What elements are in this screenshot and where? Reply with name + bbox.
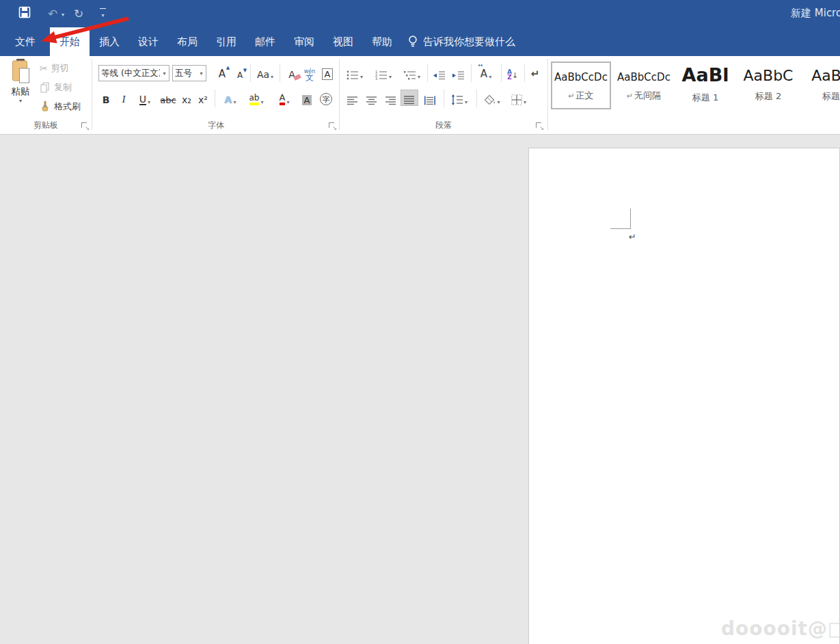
justify-icon [404,95,415,105]
multilevel-list-button[interactable]: ▾ [402,64,422,81]
clear-formatting-button[interactable]: A [283,64,301,81]
mini-separator [250,64,251,82]
undo-dropdown-caret[interactable]: ▾ [62,12,64,18]
style-no-spacing[interactable]: AaBbCcDc ↵无间隔 [614,62,674,109]
redo-button[interactable]: ↻ [74,7,83,21]
copy-button[interactable]: 复制 [40,79,72,96]
underline-button[interactable]: U ▾ [134,90,156,106]
save-button[interactable] [18,6,31,21]
paint-bucket-icon [484,94,496,105]
mini-separator [471,64,472,82]
mini-separator [501,64,502,82]
chevron-down-icon: ▾ [524,99,526,105]
tab-help[interactable]: 帮助 [362,27,402,56]
show-hide-marks-button[interactable]: ↵ [526,64,544,81]
paste-clipboard-icon [10,59,31,84]
bullets-button[interactable]: ▾ [344,64,365,81]
sort-button[interactable]: A Z ↓ [504,64,521,81]
chevron-down-icon: ▾ [489,74,491,80]
character-shading-button[interactable]: A [299,90,315,106]
ribbon-tab-bar: 文件 开始 插入 设计 布局 引用 邮件 审阅 视图 帮助 告诉我你想要做什么 [0,27,840,56]
numbered-list-icon: 123 [375,70,388,80]
tab-insert[interactable]: 插入 [90,27,129,56]
style-title[interactable]: AaBb 标题 [801,62,840,109]
font-name-combobox[interactable]: 等线 (中文正文) ▾ [98,65,170,81]
align-center-button[interactable] [364,90,380,106]
chevron-down-icon[interactable]: ▾ [197,70,206,77]
chevron-down-icon: ▾ [497,99,500,105]
cut-button[interactable]: ✂ 剪切 [40,60,69,77]
asian-layout-button[interactable]: ↔ A ▾ [474,64,498,81]
font-name-value: 等线 (中文正文) [99,68,160,79]
change-case-button[interactable]: Aa ▾ [254,64,277,81]
subscript-button[interactable]: x₂ [179,90,194,106]
borders-button[interactable]: ▾ [506,90,532,106]
justify-button[interactable] [401,90,418,106]
tell-me-search[interactable]: 告诉我你想要做什么 [407,27,515,56]
tell-me-label: 告诉我你想要做什么 [423,27,515,56]
copy-icon [40,82,51,93]
font-color-red-bar [280,103,286,105]
document-page[interactable]: ↵ dooooit@□□□ [528,148,840,644]
chevron-down-icon: ▾ [389,74,392,80]
align-left-icon [347,96,358,105]
distribute-button[interactable] [421,90,439,106]
increase-indent-button[interactable] [450,64,468,81]
phonetic-guide-button[interactable]: wén 文 [301,64,318,81]
grow-tick-icon: ▲ [226,65,230,70]
superscript-button[interactable]: x² [195,90,211,106]
bold-button[interactable]: B [98,90,113,106]
bullet-list-icon [347,70,359,80]
paste-dropdown-caret[interactable]: ▾ [5,98,36,104]
format-painter-brush-icon [40,101,51,112]
decrease-indent-button[interactable] [431,64,448,81]
align-left-button[interactable] [344,90,361,106]
style-heading1[interactable]: AaBl 标题 1 [675,62,735,109]
multilevel-list-icon [404,70,416,80]
font-size-combobox[interactable]: 五号 ▾ [172,65,206,81]
tab-review[interactable]: 审阅 [284,27,324,56]
paragraph-dialog-launcher[interactable] [536,122,543,130]
distribute-icon [424,96,435,105]
tab-layout[interactable]: 布局 [167,27,207,56]
chevron-down-icon: ▾ [148,99,150,105]
document-area: ↵ dooooit@□□□ [0,135,840,644]
font-color-button[interactable]: A ▾ [272,90,297,106]
copy-label: 复制 [54,81,72,94]
character-border-button[interactable]: A [319,64,336,81]
italic-button[interactable]: I [116,90,131,106]
chevron-down-icon: ▾ [286,99,289,105]
paragraph-mark-icon: ↵ [531,68,540,80]
highlight-color-button[interactable]: ab ▾ [243,90,269,106]
pilcrow-icon: ↵ [627,92,633,100]
numbering-button[interactable]: 123 ▾ [373,64,394,81]
style-normal[interactable]: AaBbCcDc ↵正文 [551,62,611,109]
shading-button[interactable]: ▾ [480,90,504,106]
clipboard-dialog-launcher[interactable] [81,122,89,130]
chevron-down-icon[interactable]: ▾ [160,70,169,77]
enclose-characters-button[interactable]: 字 [317,90,335,106]
text-effects-button[interactable]: A ▾ [219,90,242,106]
tab-references[interactable]: 引用 [206,27,246,56]
tab-design[interactable]: 设计 [128,27,168,56]
grow-font-button[interactable]: A ▲ [215,64,230,81]
strikethrough-button[interactable]: abc [159,90,178,106]
font-dialog-launcher[interactable] [329,122,336,130]
customize-qat-button[interactable]: ▾ [100,8,106,23]
paragraph-mark: ↵ [629,232,636,242]
cut-label: 剪切 [51,62,69,75]
align-center-icon [366,96,377,105]
format-painter-button[interactable]: 格式刷 [40,98,81,115]
align-right-button[interactable] [383,90,399,106]
undo-button[interactable]: ↶ [48,7,57,21]
watermark-text: dooooit@□□□ [721,617,840,640]
tab-file[interactable]: 文件 [5,27,45,56]
tab-home[interactable]: 开始 [50,27,90,56]
tab-view[interactable]: 视图 [323,27,363,56]
clipboard-group-label: 剪贴板 [0,120,92,132]
shrink-font-button[interactable]: A ▼ [232,64,247,81]
line-spacing-button[interactable]: ▾ [447,90,472,106]
paste-button[interactable]: 粘贴 ▾ [5,59,36,115]
tab-mailings[interactable]: 邮件 [245,27,285,56]
style-heading2[interactable]: AaBbC 标题 2 [738,62,798,109]
